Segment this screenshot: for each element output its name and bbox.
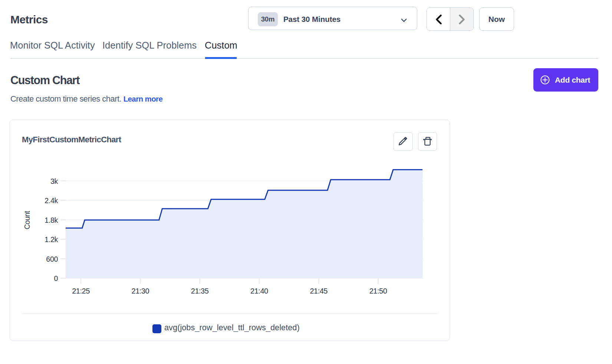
svg-text:1.2k: 1.2k [45, 235, 58, 244]
svg-text:Count: Count [23, 211, 31, 229]
svg-text:0: 0 [54, 274, 58, 282]
svg-text:21:50: 21:50 [369, 287, 387, 295]
svg-text:21:45: 21:45 [310, 287, 328, 295]
svg-text:21:30: 21:30 [132, 287, 149, 295]
svg-text:1.8k: 1.8k [45, 216, 58, 224]
svg-text:600: 600 [46, 255, 58, 263]
svg-text:21:40: 21:40 [250, 287, 268, 295]
svg-text:21:25: 21:25 [72, 287, 90, 295]
svg-text:3k: 3k [50, 177, 58, 185]
svg-text:21:35: 21:35 [191, 287, 209, 295]
svg-text:2.4k: 2.4k [45, 196, 58, 205]
